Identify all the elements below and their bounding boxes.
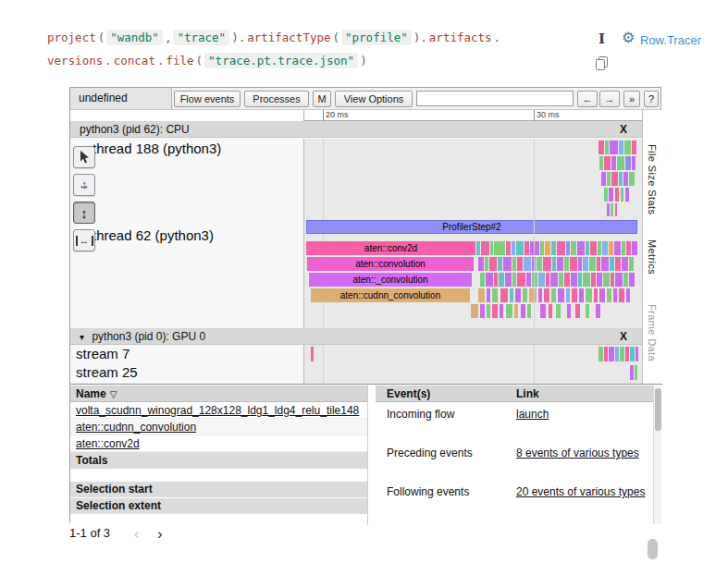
trace-slice[interactable] [586, 288, 592, 302]
trace-slice[interactable] [575, 304, 580, 318]
trace-slice[interactable] [551, 288, 556, 302]
trace-slice[interactable] [538, 288, 542, 302]
event-link[interactable]: 20 events of various types [516, 484, 645, 499]
trace-slice[interactable] [579, 288, 584, 302]
selection-tool-button[interactable] [73, 146, 95, 168]
trace-slice[interactable] [529, 288, 537, 302]
trace-slice[interactable] [615, 203, 617, 216]
name-table-row[interactable]: aten::cudnn_convolution [70, 419, 367, 435]
trace-slice[interactable] [603, 273, 610, 287]
trace-slice[interactable] [598, 141, 604, 154]
toolbar-button-view-options[interactable]: View Options [335, 91, 413, 107]
trace-slice[interactable] [546, 273, 549, 287]
trace-slice[interactable] [626, 288, 630, 302]
trace-slice[interactable] [604, 188, 608, 202]
trace-slice[interactable] [572, 288, 577, 302]
trace-slice[interactable] [596, 304, 600, 318]
track-name[interactable]: stream 7 [76, 346, 130, 361]
slice-profilerstep-2[interactable]: ProfilerStep#2 [306, 220, 637, 234]
name-column-header[interactable]: Name▽ [70, 386, 367, 402]
trace-slice[interactable] [557, 241, 565, 255]
trace-slice[interactable] [540, 304, 546, 318]
trace-slice[interactable] [609, 347, 614, 361]
slice-aten-convolution[interactable]: aten::_convolution [309, 273, 472, 287]
name-table-row[interactable]: aten::conv2d [70, 435, 367, 452]
trace-slice[interactable] [500, 304, 503, 318]
trace-slice[interactable] [494, 273, 498, 287]
trace-slice[interactable] [609, 188, 613, 202]
trace-slice[interactable] [524, 241, 529, 255]
trace-slice[interactable] [527, 304, 531, 318]
trace-slice[interactable] [530, 241, 539, 255]
trace-slice[interactable] [619, 141, 623, 154]
trace-slice[interactable] [571, 241, 576, 255]
trace-slice[interactable] [630, 365, 634, 380]
trace-slice[interactable] [635, 365, 637, 380]
trace-slice[interactable] [532, 273, 537, 287]
name-table-row[interactable]: volta_scudnn_winograd_128x128_ldg1_ldg4_… [70, 402, 367, 419]
trace-slice[interactable] [512, 273, 516, 287]
trace-slice[interactable] [622, 241, 625, 255]
nav-forward-button[interactable]: → [599, 91, 620, 107]
trace-slice[interactable] [566, 241, 570, 255]
slice-name-link[interactable]: volta_scudnn_winograd_128x128_ldg1_ldg4_… [76, 404, 359, 417]
trace-slice[interactable] [492, 304, 498, 318]
pagination-next-button[interactable]: › [157, 525, 163, 543]
trace-search-input[interactable] [416, 91, 574, 106]
gear-icon[interactable]: ⚙ [622, 29, 635, 46]
scrollbar-thumb[interactable] [655, 388, 661, 431]
trace-slice[interactable] [601, 257, 609, 271]
slice-name-link[interactable]: aten::conv2d [76, 437, 140, 450]
trace-slice[interactable] [517, 257, 523, 271]
trace-slice[interactable] [516, 241, 524, 255]
trace-slice[interactable] [515, 288, 521, 302]
trace-slice[interactable] [619, 288, 624, 302]
slice-aten-conv2d[interactable]: aten::conv2d [306, 241, 475, 255]
toolbar-button-flow-events[interactable]: Flow events [174, 91, 241, 107]
trace-slice[interactable] [632, 241, 637, 255]
section-header-cpu[interactable]: python3 (pid 62): CPU X [70, 121, 642, 138]
trace-slice[interactable] [566, 288, 570, 302]
trace-slice[interactable] [615, 347, 619, 361]
trace-slice[interactable] [604, 347, 608, 361]
trace-slice[interactable] [617, 156, 624, 170]
trace-slice[interactable] [632, 141, 636, 154]
trace-slice[interactable] [545, 241, 550, 255]
trace-slice[interactable] [591, 273, 596, 287]
trace-slice[interactable] [537, 257, 542, 271]
details-scrollbar[interactable] [653, 386, 661, 524]
trace-slice[interactable] [506, 241, 511, 255]
trace-slice[interactable] [499, 273, 504, 287]
trace-slice[interactable] [544, 288, 549, 302]
trace-slice[interactable] [586, 241, 589, 255]
trace-slice[interactable] [512, 241, 515, 255]
trace-slice[interactable] [609, 241, 613, 255]
trace-slice[interactable] [478, 288, 485, 302]
trace-slice[interactable] [543, 257, 551, 271]
trace-slice[interactable] [526, 273, 531, 287]
trace-slice[interactable] [570, 257, 577, 271]
trace-slice[interactable] [589, 257, 596, 271]
side-tab-file-size-stats[interactable]: File Size Stats [647, 144, 658, 214]
trace-slice[interactable] [558, 288, 564, 302]
trace-slice[interactable] [551, 241, 556, 255]
nav-back-button[interactable]: ← [577, 91, 598, 107]
trace-slice[interactable] [523, 288, 527, 302]
trace-slice[interactable] [514, 304, 518, 318]
trace-slice[interactable] [611, 156, 616, 170]
trace-slice[interactable] [625, 156, 631, 170]
track-name[interactable]: stream 25 [76, 364, 138, 380]
trace-slice[interactable] [632, 156, 635, 170]
trace-slice[interactable] [583, 257, 588, 271]
trace-slice[interactable] [577, 241, 585, 255]
trace-slice[interactable] [564, 257, 569, 271]
trace-slice[interactable] [626, 241, 631, 255]
trace-slice[interactable] [602, 241, 608, 255]
trace-slice[interactable] [621, 188, 623, 202]
slice-name-link[interactable]: aten::cudnn_convolution [76, 421, 196, 434]
trace-slice[interactable] [619, 172, 623, 186]
slice-aten-convolution[interactable]: aten::convolution [307, 257, 474, 271]
panel-type-link[interactable]: Row.Tracer [640, 33, 701, 47]
text-cursor-icon[interactable]: I [598, 31, 605, 47]
trace-slice[interactable] [490, 241, 493, 255]
